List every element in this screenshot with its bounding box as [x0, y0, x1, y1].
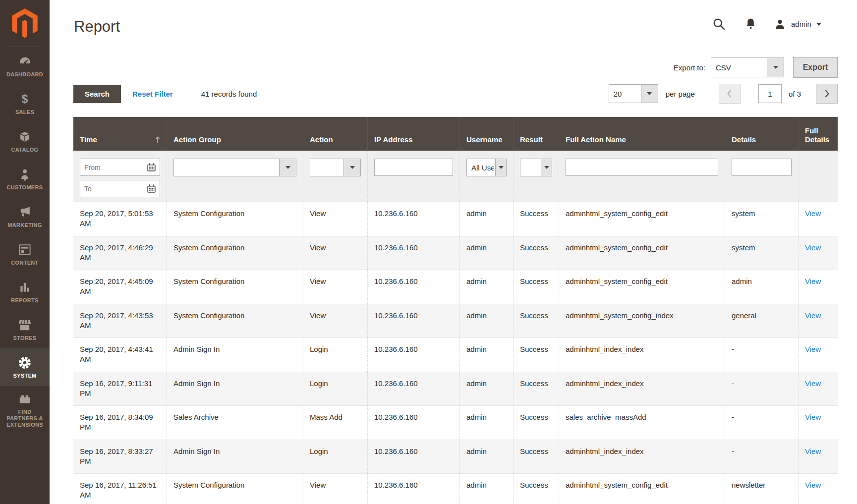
filter-cell-action	[303, 151, 367, 202]
action-group-filter-select[interactable]	[173, 159, 296, 176]
search-filter-button[interactable]: Search	[73, 85, 121, 103]
cell-details: -	[725, 406, 798, 440]
sidebar-item-marketing[interactable]: MARKETING	[0, 198, 50, 235]
view-details-link[interactable]: View	[805, 345, 821, 353]
header-actions: admin	[712, 17, 821, 31]
column-header-username[interactable]: Username	[459, 117, 513, 151]
view-details-link[interactable]: View	[805, 277, 821, 285]
next-page-button[interactable]	[816, 84, 838, 104]
admin-account-menu[interactable]: admin	[774, 18, 821, 30]
sidebar-item-content[interactable]: CONTENT	[0, 235, 50, 273]
sidebar-item-sales[interactable]: $ SALES	[0, 85, 50, 122]
marketing-icon	[18, 205, 32, 219]
cell-full-action-name: sales_archive_massAdd	[559, 406, 725, 440]
column-header-time[interactable]: Time	[73, 117, 167, 151]
cell-ip-address: 10.236.6.160	[367, 236, 459, 270]
view-details-link[interactable]: View	[805, 243, 821, 252]
result-filter-select[interactable]	[520, 159, 552, 176]
column-header-action[interactable]: Action	[303, 117, 367, 151]
sidebar-item-reports[interactable]: REPORTS	[0, 273, 50, 311]
cell-action: View	[303, 270, 367, 304]
reset-filter-link[interactable]: Reset Filter	[132, 90, 173, 98]
sidebar: DASHBOARD $ SALES CATALOG CUSTOMERS MARK…	[0, 0, 50, 504]
view-details-link[interactable]: View	[805, 379, 821, 388]
cell-time: Sep 20, 2017, 5:01:53 AM	[73, 202, 167, 236]
catalog-icon	[18, 130, 31, 144]
ip-address-filter-input[interactable]	[374, 159, 453, 176]
cell-full-details: View	[798, 236, 838, 270]
cell-full-details: View	[798, 440, 838, 474]
column-header-result[interactable]: Result	[513, 117, 559, 151]
action-filter-select[interactable]	[310, 159, 361, 176]
per-page-select[interactable]: 20	[609, 84, 658, 103]
cell-action-group: System Configuration	[167, 474, 303, 504]
view-details-link[interactable]: View	[805, 209, 821, 218]
select-caret	[279, 159, 296, 176]
column-header-action-group[interactable]: Action Group	[167, 117, 303, 151]
view-details-link[interactable]: View	[805, 413, 821, 421]
cell-username: admin	[459, 304, 513, 338]
column-header-full-details[interactable]: Full Details	[798, 117, 838, 151]
username-filter-select[interactable]: All Users	[466, 159, 507, 176]
cell-time: Sep 16, 2017, 9:11:31 PM	[73, 372, 167, 406]
export-format-select[interactable]: CSV	[711, 57, 784, 77]
records-found-text: 41 records found	[201, 90, 257, 98]
cell-full-details: View	[798, 338, 838, 372]
caret-down-icon	[544, 166, 549, 169]
filter-cell-time	[73, 151, 167, 202]
select-caret	[767, 58, 784, 77]
search-button[interactable]	[712, 17, 726, 31]
table-row: Sep 20, 2017, 5:01:53 AM System Configur…	[73, 202, 838, 236]
date-from-field	[80, 159, 160, 176]
cell-time: Sep 16, 2017, 8:33:27 PM	[73, 440, 167, 474]
calendar-button[interactable]	[145, 182, 158, 195]
export-button[interactable]: Export	[793, 57, 838, 78]
cell-full-action-name: adminhtml_system_config_edit	[559, 270, 725, 304]
sidebar-item-system[interactable]: SYSTEM	[0, 348, 50, 386]
export-controls: Export to: CSV Export	[674, 57, 838, 78]
cell-full-action-name: adminhtml_system_config_edit	[559, 202, 725, 236]
magento-admin-page: DASHBOARD $ SALES CATALOG CUSTOMERS MARK…	[0, 0, 857, 504]
sidebar-item-dashboard[interactable]: DASHBOARD	[0, 47, 50, 85]
customers-icon	[19, 168, 31, 181]
view-details-link[interactable]: View	[805, 311, 821, 320]
table-row: Sep 20, 2017, 4:45:09 AM System Configur…	[73, 270, 838, 304]
notifications-button[interactable]	[744, 17, 757, 31]
details-filter-input[interactable]	[732, 159, 792, 176]
sidebar-item-catalog[interactable]: CATALOG	[0, 122, 50, 160]
actions-log-grid: Time Action Group Action IP Address User…	[73, 117, 838, 504]
cell-action: Mass Add	[303, 406, 367, 440]
export-format-value: CSV	[716, 58, 766, 77]
cell-time: Sep 16, 2017, 11:26:51 AM	[73, 474, 167, 504]
per-page-label: per page	[666, 90, 695, 98]
table-row: Sep 16, 2017, 8:33:27 PM Admin Sign In L…	[73, 440, 838, 474]
magento-logo[interactable]	[0, 0, 50, 47]
caret-down-icon	[773, 66, 778, 69]
admin-username: admin	[791, 20, 811, 28]
cell-action: View	[303, 202, 367, 236]
current-page-input[interactable]	[758, 84, 782, 103]
view-details-link[interactable]: View	[805, 447, 821, 455]
content-icon	[18, 243, 31, 257]
sidebar-item-customers[interactable]: CUSTOMERS	[0, 160, 50, 198]
cell-action: Login	[303, 372, 367, 406]
table-row: Sep 16, 2017, 9:11:31 PM Admin Sign In L…	[73, 372, 838, 406]
calendar-button[interactable]	[145, 161, 158, 173]
calendar-icon	[147, 163, 156, 172]
previous-page-button[interactable]	[719, 84, 741, 104]
sidebar-item-stores[interactable]: STORES	[0, 311, 50, 348]
cell-time: Sep 20, 2017, 4:46:29 AM	[73, 236, 167, 270]
column-header-ip-address[interactable]: IP Address	[367, 117, 459, 151]
sidebar-item-find-partners[interactable]: FIND PARTNERS & EXTENSIONS	[0, 386, 50, 434]
column-header-details[interactable]: Details	[725, 117, 798, 151]
filter-cell-username: All Users	[459, 151, 513, 202]
cell-ip-address: 10.236.6.160	[367, 440, 459, 474]
cell-action-group: Admin Sign In	[167, 372, 303, 406]
full-action-name-filter-input[interactable]	[566, 159, 718, 176]
view-details-link[interactable]: View	[805, 481, 821, 489]
cell-action-group: System Configuration	[167, 270, 303, 304]
column-header-full-action-name[interactable]: Full Action Name	[559, 117, 725, 151]
cell-full-details: View	[798, 202, 838, 236]
search-icon	[712, 17, 726, 31]
table-row: Sep 16, 2017, 11:26:51 AM System Configu…	[73, 474, 838, 504]
